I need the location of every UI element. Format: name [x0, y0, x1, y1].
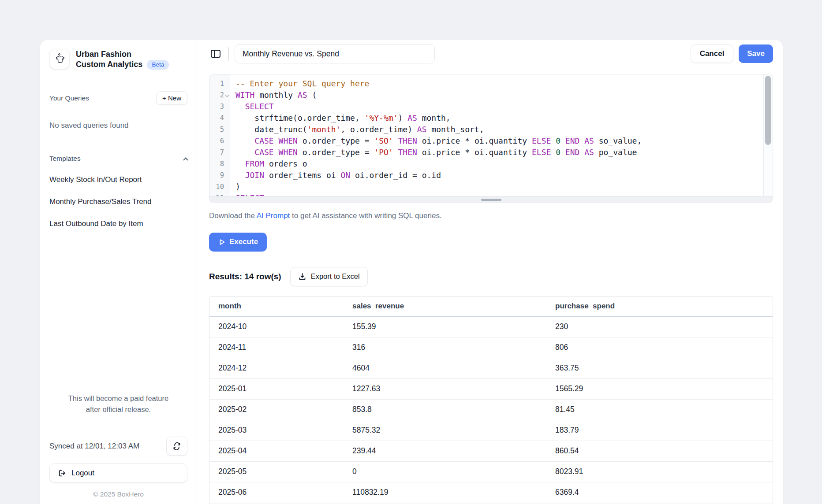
table-cell: 2025-03 [209, 420, 344, 441]
line-number: 2 [209, 89, 224, 101]
logout-button[interactable]: Logout [49, 463, 187, 483]
table-row: 2024-11316806 [209, 337, 773, 358]
sql-editor[interactable]: 1234567891011 -- Enter your SQL query he… [209, 74, 773, 203]
panel-toggle-button[interactable] [209, 47, 222, 60]
template-item[interactable]: Weekly Stock In/Out Report [49, 175, 187, 185]
table-cell: 2025-01 [209, 379, 344, 399]
code-line: -- Enter your SQL query here [235, 78, 763, 89]
main-panel: Cancel Save 1234567891011 -- Enter your … [197, 40, 783, 504]
header-divider [228, 47, 229, 61]
table-cell: 81.45 [546, 400, 773, 420]
brand-title: Urban Fashion Custom Analytics Beta [76, 49, 169, 70]
line-number: 4 [209, 112, 224, 124]
chevron-up-icon[interactable] [183, 157, 188, 162]
templates-header-row[interactable]: Templates [49, 155, 187, 163]
table-row: 2025-0508023.91 [209, 462, 773, 482]
ai-prompt-note: Download the AI Prompt to get AI assista… [209, 211, 773, 221]
paid-feature-note: This will become a paid feature after of… [49, 393, 187, 415]
table-cell: 2025-06 [209, 482, 344, 503]
line-number: 11 [209, 193, 224, 196]
code-line: ) [235, 181, 763, 193]
table-cell: 853.8 [344, 400, 546, 420]
line-number: 9 [209, 170, 224, 181]
brand-header: Urban Fashion Custom Analytics Beta [49, 49, 187, 70]
table-header-row: monthsales_revenuepurchase_spend [209, 296, 773, 317]
queries-header: Your Queries [49, 94, 89, 102]
table-cell: 2024-12 [209, 358, 344, 378]
templates-header: Templates [49, 155, 81, 163]
line-number: 8 [209, 158, 224, 170]
scrollbar-thumb[interactable] [765, 76, 771, 145]
table-cell: 239.44 [344, 441, 546, 461]
table-cell: 230 [546, 317, 773, 337]
table-row: 2025-06110832.196369.4 [209, 482, 773, 503]
line-number: 6 [209, 135, 224, 147]
code-line: SELECT [235, 193, 763, 196]
table-cell: 4604 [344, 358, 546, 378]
table-cell: 183.79 [546, 420, 773, 441]
logout-icon [57, 469, 66, 478]
table-cell: 110832.19 [344, 482, 546, 503]
table-cell: 316 [344, 337, 546, 358]
refresh-icon [172, 442, 181, 451]
column-header: purchase_spend [546, 296, 773, 316]
logout-label: Logout [71, 469, 94, 478]
table-row: 2024-124604363.75 [209, 358, 773, 379]
table-cell: 2025-05 [209, 462, 344, 482]
table-cell: 1227.63 [344, 379, 546, 399]
table-cell: 5875.32 [344, 420, 546, 441]
line-number: 3 [209, 101, 224, 112]
results-table: monthsales_revenuepurchase_spend 2024-10… [209, 296, 773, 504]
line-number: 1 [209, 78, 224, 89]
save-button[interactable]: Save [739, 44, 773, 63]
table-cell: 1565.29 [546, 379, 773, 399]
table-cell: 860.54 [546, 441, 773, 461]
export-excel-button[interactable]: Export to Excel [290, 267, 368, 286]
table-cell: 363.75 [546, 358, 773, 378]
empty-queries-message: No saved queries found [49, 121, 187, 130]
cancel-button[interactable]: Cancel [691, 44, 733, 63]
new-query-button[interactable]: + New [156, 91, 187, 105]
refresh-button[interactable] [166, 437, 187, 456]
table-row: 2025-035875.32183.79 [209, 420, 773, 441]
table-cell: 155.39 [344, 317, 546, 337]
table-cell: 2025-04 [209, 441, 344, 461]
table-row: 2025-011227.631565.29 [209, 379, 773, 400]
line-number: 5 [209, 124, 224, 135]
table-body: 2024-10155.392302024-113168062024-124604… [209, 317, 773, 503]
panel-toggle-icon [210, 49, 221, 59]
templates-list: Weekly Stock In/Out ReportMonthly Purcha… [49, 163, 187, 229]
table-cell: 2024-10 [209, 317, 344, 337]
code-line: CASE WHEN o.order_type = 'PO' THEN oi.pr… [235, 147, 763, 158]
results-summary: Results: 14 row(s) [209, 272, 281, 282]
download-icon [298, 272, 306, 281]
code-line: JOIN order_items oi ON oi.order_id = o.i… [235, 170, 763, 181]
table-cell: 2025-02 [209, 400, 344, 420]
code-line: CASE WHEN o.order_type = 'SO' THEN oi.pr… [235, 135, 763, 147]
ai-prompt-link[interactable]: AI Prompt [257, 211, 290, 220]
query-title-input[interactable] [235, 44, 435, 63]
table-cell: 806 [546, 337, 773, 358]
resize-handle[interactable] [481, 199, 501, 201]
editor-scrollbar[interactable] [763, 74, 773, 196]
template-item[interactable]: Last Outbound Date by Item [49, 219, 187, 229]
synced-status: Synced at 12/01, 12:03 AM [49, 442, 139, 451]
editor-gutter: 1234567891011 [209, 74, 230, 196]
beta-badge: Beta [147, 60, 169, 70]
line-number: 7 [209, 147, 224, 158]
table-row: 2024-10155.39230 [209, 317, 773, 337]
chevron-down-icon[interactable] [225, 93, 228, 97]
code-line: SELECT [235, 101, 763, 112]
template-item[interactable]: Monthly Purchase/Sales Trend [49, 197, 187, 207]
editor-resize-bar [209, 196, 773, 203]
copyright: © 2025 BoxHero [49, 490, 187, 498]
sidebar-divider [40, 425, 197, 425]
app-card: Urban Fashion Custom Analytics Beta Your… [40, 40, 783, 504]
play-icon [218, 238, 225, 246]
execute-button[interactable]: Execute [209, 233, 267, 252]
brand-line-1: Urban Fashion [76, 49, 169, 59]
column-header: sales_revenue [344, 296, 546, 316]
table-cell: 0 [344, 462, 546, 482]
table-cell: 2024-11 [209, 337, 344, 358]
editor-code[interactable]: -- Enter your SQL query hereWITH monthly… [230, 74, 763, 196]
